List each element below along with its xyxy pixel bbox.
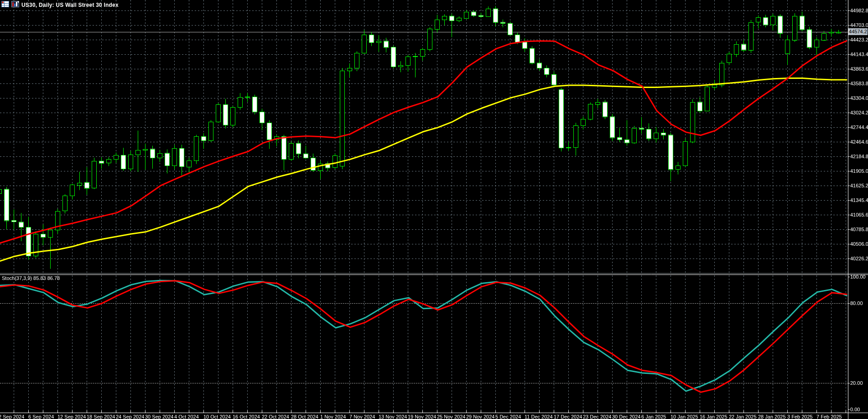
stoch-axis-label: 80.00 (850, 300, 863, 306)
date-axis-label: 28 Jan 2025 (758, 414, 786, 419)
price-axis-label: 42464.6 (850, 139, 868, 145)
date-axis-label: 25 Nov 2024 (437, 414, 465, 419)
date-axis-label: 6 Jan 2025 (641, 414, 666, 419)
date-axis-label: 19 Nov 2024 (408, 414, 436, 419)
date-axis-label: 10 Oct 2024 (203, 414, 231, 419)
date-axis-label: 22 Oct 2024 (262, 414, 289, 419)
stoch-axis-label: 100.00 (850, 274, 866, 279)
price-chart-canvas[interactable] (0, 0, 868, 419)
stoch-axis-label: 20.00 (850, 380, 863, 386)
date-axis-label: 2 Sep 2024 (0, 414, 24, 419)
date-axis-label: 30 Dec 2024 (612, 414, 640, 419)
date-axis-label: 4 Oct 2024 (174, 414, 199, 419)
price-axis-label: 41625.2 (850, 183, 868, 188)
chart-title: US30, Daily: US Wall Street 30 Index (21, 2, 119, 8)
date-axis-label: 7 Feb 2025 (816, 414, 842, 419)
date-axis-label: 5 Dec 2024 (495, 414, 521, 419)
date-axis-label: 24 Sep 2024 (116, 414, 144, 419)
date-axis-label: 7 Nov 2024 (349, 414, 375, 419)
price-axis-label: 43583.8 (850, 81, 868, 86)
price-axis-label: 43304.0 (850, 95, 868, 101)
date-axis-label: 11 Dec 2024 (525, 414, 553, 419)
price-axis-label: 44982.8 (850, 8, 868, 13)
date-axis-label: 12 Sep 2024 (57, 414, 86, 419)
date-axis-label: 1 Nov 2024 (320, 414, 346, 419)
stochastic-indicator-label: Stoch(37,3,9) 85.83 86.78 (2, 275, 60, 281)
stoch-axis-label: 0.00 (850, 407, 860, 412)
price-axis-label: 41905.0 (850, 168, 868, 174)
date-axis-label: 28 Oct 2024 (291, 414, 318, 419)
price-axis-label: 41345.4 (850, 197, 868, 203)
chart-window-menu[interactable]: US30, Daily: US Wall Street 30 Index (1, 1, 119, 9)
date-axis-label: 16 Oct 2024 (233, 414, 260, 419)
current-price-badge: 44574.2 (848, 28, 868, 35)
date-axis-label: 23 Dec 2024 (583, 414, 611, 419)
date-axis-label: 30 Sep 2024 (145, 414, 173, 419)
price-axis-label: 40226.2 (850, 256, 868, 261)
price-axis-label: 43863.6 (850, 66, 868, 72)
date-axis-label: 22 Jan 2025 (729, 414, 757, 419)
date-axis-label: 13 Nov 2024 (379, 414, 407, 419)
mt4-chart-window: US30, Daily: US Wall Street 30 Index Sto… (0, 0, 868, 419)
window-table-icon[interactable] (1, 1, 9, 9)
date-axis-label: 16 Jan 2025 (700, 414, 728, 419)
date-axis-label: 3 Feb 2025 (787, 414, 813, 419)
date-axis-label: 29 Nov 2024 (466, 414, 494, 419)
price-axis-label: 43024.2 (850, 110, 868, 115)
price-axis-label: 40785.8 (850, 227, 868, 232)
price-axis-label: 44143.4 (850, 52, 868, 57)
price-axis-label: 42744.4 (850, 124, 868, 130)
price-axis-label: 44703.0 (850, 22, 868, 28)
price-axis-label: 42184.8 (850, 154, 868, 159)
date-axis-label: 18 Sep 2024 (87, 414, 115, 419)
price-axis-label: 44423.2 (850, 37, 868, 42)
price-axis-label: 41065.6 (850, 212, 868, 217)
date-axis-label: 6 Sep 2024 (28, 414, 54, 419)
date-axis-label: 10 Jan 2025 (670, 414, 698, 419)
price-axis-label: 40506.0 (850, 241, 868, 247)
date-axis-label: 17 Dec 2024 (554, 414, 582, 419)
window-chart-icon[interactable] (11, 1, 19, 9)
